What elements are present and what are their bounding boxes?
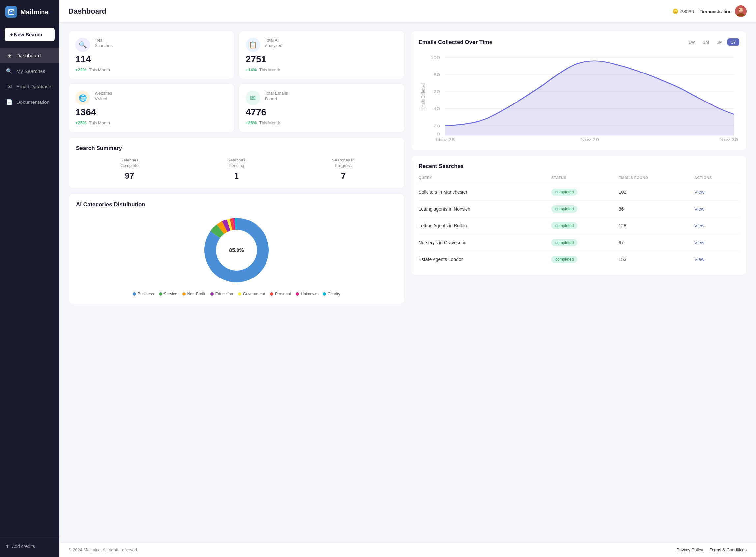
- donut-chart: 85.0%: [76, 214, 397, 286]
- time-btn-1m[interactable]: 1M: [700, 38, 712, 46]
- legend-label-service: Service: [164, 292, 177, 296]
- summary-progress-label: Searches InProgress: [290, 157, 397, 169]
- view-link[interactable]: View: [694, 257, 704, 262]
- main-content: Dashboard 🪙 38089 Demonstration: [59, 0, 756, 557]
- recent-searches-title: Recent Searches: [419, 163, 739, 170]
- websites-label: WebsitesVisited: [95, 91, 112, 102]
- new-search-button[interactable]: + New Search: [5, 28, 55, 41]
- legend-dot-unknown: [296, 292, 299, 296]
- add-credits-button[interactable]: ⬆ Add credits: [5, 541, 54, 552]
- search-emails: 128: [619, 217, 694, 234]
- emails-found-footer: +26% This Month: [246, 120, 398, 125]
- table-row: Letting agents in Norwich completed 86 V…: [419, 201, 739, 217]
- dashboard-content: 🔍 TotalSearches 114 +22% This Month: [59, 23, 756, 543]
- legend-charity: Charity: [323, 292, 340, 296]
- stat-card-emails-found: ✉ Total EmailsFound 4776 +26% This Month: [239, 84, 405, 132]
- legend-label-charity: Charity: [328, 292, 340, 296]
- stat-card-ai-analyzed: 📋 Total AIAnalyzed 2751 +14% This Month: [239, 31, 405, 79]
- ai-analyzed-change: +14%: [246, 67, 257, 72]
- logo: Mailmine: [0, 0, 59, 24]
- search-emails: 153: [619, 251, 694, 268]
- legend-personal: Personal: [270, 292, 290, 296]
- sidebar-item-my-searches[interactable]: 🔍 My Searches: [0, 63, 59, 79]
- svg-text:Nov 30: Nov 30: [719, 138, 737, 142]
- sidebar-item-email-database[interactable]: ✉ Email Database: [0, 79, 59, 94]
- svg-text:80: 80: [434, 72, 440, 77]
- status-badge: completed: [552, 239, 577, 246]
- credit-badge: 🪙 38089: [672, 8, 694, 14]
- view-link[interactable]: View: [694, 240, 704, 245]
- emails-found-icon: ✉: [246, 91, 260, 105]
- legend-dot-charity: [323, 292, 326, 296]
- privacy-policy-link[interactable]: Privacy Policy: [676, 548, 703, 552]
- sidebar-item-dashboard[interactable]: ⊞ Dashboard: [0, 48, 59, 63]
- summary-pending-label: SearchesPending: [183, 157, 290, 169]
- col-status: STATUS: [552, 176, 619, 184]
- summary-complete-value: 97: [76, 171, 183, 181]
- col-emails: EMAILS FOUND: [619, 176, 694, 184]
- email-icon: ✉: [6, 83, 12, 90]
- total-searches-period: This Month: [89, 67, 110, 72]
- search-status: completed: [552, 184, 619, 201]
- legend-business: Business: [133, 292, 154, 296]
- legend-dot-education: [211, 292, 214, 296]
- emails-found-label1: Total EmailsFound: [265, 91, 288, 102]
- header-right: 🪙 38089 Demonstration: [672, 5, 747, 17]
- websites-footer: +25% This Month: [75, 120, 227, 125]
- search-action: View: [694, 184, 739, 201]
- sidebar: Mailmine + New Search ⊞ Dashboard 🔍 My S…: [0, 0, 59, 557]
- search-query: Estate Agents London: [419, 251, 552, 268]
- emails-found-value: 4776: [246, 107, 398, 118]
- total-searches-footer: +22% This Month: [75, 67, 227, 72]
- websites-icon: 🌐: [75, 91, 90, 105]
- total-searches-value: 114: [75, 54, 227, 65]
- ai-analyzed-period: This Month: [259, 67, 280, 72]
- sidebar-item-documentation[interactable]: 📄 Documentation: [0, 94, 59, 110]
- svg-text:Nov 25: Nov 25: [436, 138, 454, 142]
- ai-categories-title: AI Categories Distribution: [76, 201, 397, 208]
- legend-label-business: Business: [138, 292, 154, 296]
- search-action: View: [694, 201, 739, 217]
- search-action: View: [694, 251, 739, 268]
- search-status: completed: [552, 201, 619, 217]
- emails-found-label: Total EmailsFound: [265, 91, 288, 102]
- summary-stat-pending: SearchesPending 1: [183, 157, 290, 181]
- status-badge: completed: [552, 222, 577, 229]
- legend-dot-service: [159, 292, 162, 296]
- websites-value: 1364: [75, 107, 227, 118]
- footer: © 2024 Mailmine. All rights reserved. Pr…: [59, 543, 756, 557]
- time-btn-6m[interactable]: 6M: [714, 38, 726, 46]
- searches-table: QUERY STATUS EMAILS FOUND ACTIONS Solici…: [419, 176, 739, 268]
- emails-found-change: +26%: [246, 120, 257, 125]
- left-column: 🔍 TotalSearches 114 +22% This Month: [68, 31, 405, 304]
- websites-label1: WebsitesVisited: [95, 91, 112, 102]
- time-btn-1w[interactable]: 1W: [685, 38, 698, 46]
- view-link[interactable]: View: [694, 189, 704, 195]
- terms-link[interactable]: Terms & Conditions: [710, 548, 747, 552]
- legend-label-unknown: Unknown: [301, 292, 317, 296]
- search-emails: 86: [619, 201, 694, 217]
- search-status: completed: [552, 217, 619, 234]
- total-searches-change: +22%: [75, 67, 87, 72]
- sidebar-item-email-database-label: Email Database: [17, 84, 52, 89]
- legend-government: Government: [238, 292, 265, 296]
- legend-dot-government: [238, 292, 242, 296]
- sidebar-item-documentation-label: Documentation: [17, 99, 50, 105]
- status-badge: completed: [552, 205, 577, 212]
- view-link[interactable]: View: [694, 223, 704, 228]
- svg-text:20: 20: [434, 124, 440, 128]
- table-row: Estate Agents London completed 153 View: [419, 251, 739, 268]
- chart-header: Emails Collected Over Time 1W 1M 6M 1Y: [419, 38, 739, 46]
- summary-pending-value: 1: [183, 171, 290, 181]
- view-link[interactable]: View: [694, 206, 704, 212]
- stat-cards: 🔍 TotalSearches 114 +22% This Month: [68, 31, 405, 132]
- summary-complete-label: SearchesComplete: [76, 157, 183, 169]
- search-icon: 🔍: [6, 68, 12, 74]
- chart-legend: Business Service Non-Profit Educati: [76, 292, 397, 296]
- recent-searches-card: Recent Searches QUERY STATUS EMAILS FOUN…: [411, 155, 747, 275]
- time-btn-1y[interactable]: 1Y: [727, 38, 739, 46]
- search-query: Nursery's in Gravesend: [419, 234, 552, 251]
- svg-text:Emails Collected: Emails Collected: [420, 83, 426, 110]
- legend-dot-business: [133, 292, 136, 296]
- header: Dashboard 🪙 38089 Demonstration: [59, 0, 756, 23]
